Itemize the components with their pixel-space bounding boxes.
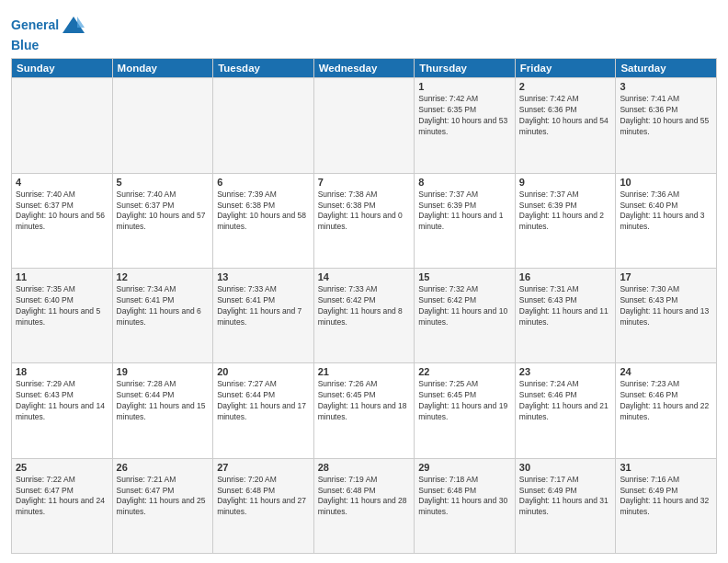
day-cell: 25 Sunrise: 7:22 AMSunset: 6:47 PMDaylig…: [12, 458, 113, 553]
header: General Blue: [11, 9, 717, 52]
day-cell: 18 Sunrise: 7:29 AMSunset: 6:43 PMDaylig…: [12, 363, 113, 458]
day-number: 7: [318, 177, 411, 188]
day-info: Sunrise: 7:34 AMSunset: 6:41 PMDaylight:…: [117, 284, 210, 328]
day-number: 20: [217, 366, 310, 377]
day-number: 11: [16, 271, 108, 282]
day-info: Sunrise: 7:28 AMSunset: 6:44 PMDaylight:…: [117, 379, 210, 423]
day-info: Sunrise: 7:36 AMSunset: 6:40 PMDaylight:…: [620, 190, 712, 234]
day-cell: 9 Sunrise: 7:37 AMSunset: 6:39 PMDayligh…: [515, 173, 616, 268]
day-info: Sunrise: 7:26 AMSunset: 6:45 PMDaylight:…: [318, 379, 411, 423]
svg-marker-1: [77, 17, 85, 28]
logo-text: General: [11, 18, 59, 32]
day-number: 9: [519, 177, 612, 188]
logo-blue-text: Blue: [11, 39, 86, 52]
week-row-5: 25 Sunrise: 7:22 AMSunset: 6:47 PMDaylig…: [12, 458, 717, 553]
day-info: Sunrise: 7:21 AMSunset: 6:47 PMDaylight:…: [117, 475, 210, 519]
day-cell: 13 Sunrise: 7:33 AMSunset: 6:41 PMDaylig…: [213, 269, 314, 363]
day-cell: 15 Sunrise: 7:32 AMSunset: 6:42 PMDaylig…: [415, 269, 516, 363]
day-info: Sunrise: 7:19 AMSunset: 6:48 PMDaylight:…: [318, 475, 411, 519]
header-row: Sunday Monday Tuesday Wednesday Thursday…: [12, 59, 717, 78]
col-wednesday: Wednesday: [313, 59, 415, 78]
day-info: Sunrise: 7:22 AMSunset: 6:47 PMDaylight:…: [16, 475, 108, 519]
week-row-2: 4 Sunrise: 7:40 AMSunset: 6:37 PMDayligh…: [12, 173, 717, 268]
day-cell: [213, 78, 314, 173]
day-info: Sunrise: 7:42 AMSunset: 6:36 PMDaylight:…: [519, 94, 612, 138]
day-cell: 6 Sunrise: 7:39 AMSunset: 6:38 PMDayligh…: [213, 173, 314, 268]
day-cell: 19 Sunrise: 7:28 AMSunset: 6:44 PMDaylig…: [112, 363, 213, 458]
day-info: Sunrise: 7:20 AMSunset: 6:48 PMDaylight:…: [217, 475, 310, 519]
day-info: Sunrise: 7:16 AMSunset: 6:49 PMDaylight:…: [620, 475, 712, 519]
col-thursday: Thursday: [415, 59, 516, 78]
day-number: 18: [16, 366, 108, 377]
col-monday: Monday: [112, 59, 213, 78]
day-info: Sunrise: 7:23 AMSunset: 6:46 PMDaylight:…: [620, 379, 712, 423]
day-cell: 10 Sunrise: 7:36 AMSunset: 6:40 PMDaylig…: [616, 173, 717, 268]
col-saturday: Saturday: [616, 59, 717, 78]
day-number: 5: [117, 177, 210, 188]
day-cell: 20 Sunrise: 7:27 AMSunset: 6:44 PMDaylig…: [213, 363, 314, 458]
day-info: Sunrise: 7:32 AMSunset: 6:42 PMDaylight:…: [418, 284, 511, 328]
day-cell: 16 Sunrise: 7:31 AMSunset: 6:43 PMDaylig…: [515, 269, 616, 363]
week-row-4: 18 Sunrise: 7:29 AMSunset: 6:43 PMDaylig…: [12, 363, 717, 458]
day-info: Sunrise: 7:33 AMSunset: 6:41 PMDaylight:…: [217, 284, 310, 328]
day-info: Sunrise: 7:39 AMSunset: 6:38 PMDaylight:…: [217, 190, 310, 234]
day-number: 12: [117, 271, 210, 282]
day-cell: 27 Sunrise: 7:20 AMSunset: 6:48 PMDaylig…: [213, 458, 314, 553]
day-number: 26: [117, 462, 210, 473]
day-cell: 5 Sunrise: 7:40 AMSunset: 6:37 PMDayligh…: [112, 173, 213, 268]
col-tuesday: Tuesday: [213, 59, 314, 78]
day-info: Sunrise: 7:30 AMSunset: 6:43 PMDaylight:…: [620, 284, 712, 328]
day-number: 6: [217, 177, 310, 188]
day-number: 8: [418, 177, 511, 188]
day-number: 24: [620, 366, 712, 377]
day-cell: 11 Sunrise: 7:35 AMSunset: 6:40 PMDaylig…: [12, 269, 113, 363]
week-row-1: 1 Sunrise: 7:42 AMSunset: 6:35 PMDayligh…: [12, 78, 717, 173]
day-info: Sunrise: 7:41 AMSunset: 6:36 PMDaylight:…: [620, 94, 712, 138]
day-number: 25: [16, 462, 108, 473]
day-number: 30: [519, 462, 612, 473]
day-cell: [112, 78, 213, 173]
day-number: 23: [519, 366, 612, 377]
day-info: Sunrise: 7:33 AMSunset: 6:42 PMDaylight:…: [318, 284, 411, 328]
logo-icon: [61, 13, 86, 39]
day-info: Sunrise: 7:17 AMSunset: 6:49 PMDaylight:…: [519, 475, 612, 519]
day-cell: 14 Sunrise: 7:33 AMSunset: 6:42 PMDaylig…: [313, 269, 415, 363]
calendar-table: Sunday Monday Tuesday Wednesday Thursday…: [11, 58, 717, 554]
day-cell: 28 Sunrise: 7:19 AMSunset: 6:48 PMDaylig…: [313, 458, 415, 553]
day-info: Sunrise: 7:27 AMSunset: 6:44 PMDaylight:…: [217, 379, 310, 423]
day-info: Sunrise: 7:35 AMSunset: 6:40 PMDaylight:…: [16, 284, 108, 328]
day-cell: 4 Sunrise: 7:40 AMSunset: 6:37 PMDayligh…: [12, 173, 113, 268]
day-info: Sunrise: 7:25 AMSunset: 6:45 PMDaylight:…: [418, 379, 511, 423]
day-cell: 29 Sunrise: 7:18 AMSunset: 6:48 PMDaylig…: [415, 458, 516, 553]
day-number: 15: [418, 271, 511, 282]
day-info: Sunrise: 7:40 AMSunset: 6:37 PMDaylight:…: [16, 190, 108, 234]
day-cell: 1 Sunrise: 7:42 AMSunset: 6:35 PMDayligh…: [415, 78, 516, 173]
day-info: Sunrise: 7:29 AMSunset: 6:43 PMDaylight:…: [16, 379, 108, 423]
day-number: 16: [519, 271, 612, 282]
day-cell: 12 Sunrise: 7:34 AMSunset: 6:41 PMDaylig…: [112, 269, 213, 363]
day-number: 1: [418, 81, 511, 92]
day-number: 13: [217, 271, 310, 282]
calendar-page: General Blue Sunday Monday Tuesday Wedne…: [0, 0, 728, 563]
day-info: Sunrise: 7:40 AMSunset: 6:37 PMDaylight:…: [117, 190, 210, 234]
day-cell: 17 Sunrise: 7:30 AMSunset: 6:43 PMDaylig…: [616, 269, 717, 363]
day-cell: 31 Sunrise: 7:16 AMSunset: 6:49 PMDaylig…: [616, 458, 717, 553]
day-cell: [313, 78, 415, 173]
day-cell: 7 Sunrise: 7:38 AMSunset: 6:38 PMDayligh…: [313, 173, 415, 268]
day-cell: 23 Sunrise: 7:24 AMSunset: 6:46 PMDaylig…: [515, 363, 616, 458]
day-cell: 24 Sunrise: 7:23 AMSunset: 6:46 PMDaylig…: [616, 363, 717, 458]
day-info: Sunrise: 7:38 AMSunset: 6:38 PMDaylight:…: [318, 190, 411, 234]
day-cell: 2 Sunrise: 7:42 AMSunset: 6:36 PMDayligh…: [515, 78, 616, 173]
day-number: 4: [16, 177, 108, 188]
day-cell: 3 Sunrise: 7:41 AMSunset: 6:36 PMDayligh…: [616, 78, 717, 173]
day-number: 28: [318, 462, 411, 473]
day-number: 22: [418, 366, 511, 377]
day-info: Sunrise: 7:31 AMSunset: 6:43 PMDaylight:…: [519, 284, 612, 328]
day-cell: 26 Sunrise: 7:21 AMSunset: 6:47 PMDaylig…: [112, 458, 213, 553]
day-number: 21: [318, 366, 411, 377]
day-cell: [12, 78, 113, 173]
day-number: 2: [519, 81, 612, 92]
day-info: Sunrise: 7:18 AMSunset: 6:48 PMDaylight:…: [418, 475, 511, 519]
day-number: 3: [620, 81, 712, 92]
col-friday: Friday: [515, 59, 616, 78]
